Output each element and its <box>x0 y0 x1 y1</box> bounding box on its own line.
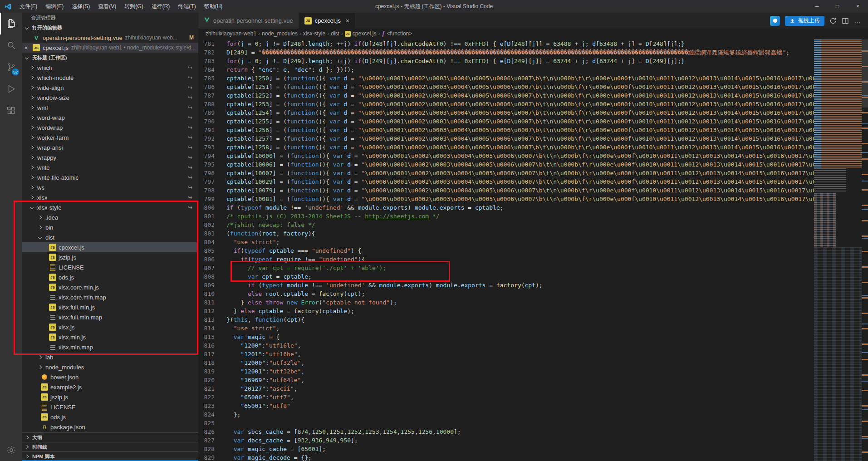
open-editors-list: Voperatin-personnel-setting.vuezhihuixia… <box>22 33 198 53</box>
search-icon[interactable] <box>0 34 22 56</box>
tree-item-label: ods.js <box>59 274 74 281</box>
tree-item-package.json[interactable]: {}package.json <box>22 422 198 432</box>
tree-item-xlsx.min.js[interactable]: JSxlsx.min.js <box>22 332 198 342</box>
activity-bar: 52 <box>0 13 22 461</box>
breadcrumb-item[interactable]: node_modules <box>262 30 298 37</box>
menu-item-编辑(E)[interactable]: 编辑(E) <box>41 0 68 13</box>
extensions-icon[interactable] <box>0 100 22 122</box>
sidebar-section-时间线[interactable]: 时间线 <box>22 442 198 451</box>
scrollbar-thumb[interactable] <box>862 39 868 108</box>
tree-item-label: which-module <box>37 74 74 81</box>
tree-item-.idea[interactable]: .idea <box>22 212 198 222</box>
tree-item-xlsx[interactable]: xlsx↪ <box>22 192 198 202</box>
menu-item-查看(V)[interactable]: 查看(V) <box>94 0 120 13</box>
more-actions-icon[interactable]: … <box>854 17 861 25</box>
code-editor[interactable]: 7817827837847857867877887897907917927937… <box>198 39 868 461</box>
line-number: 822 <box>198 393 215 402</box>
symlink-icon: ↪ <box>188 114 192 121</box>
tree-item-worker-farm[interactable]: worker-farm↪ <box>22 132 198 142</box>
breadcrumb-item[interactable]: dist <box>331 30 339 37</box>
tree-item-jszip.js[interactable]: JSjszip.js <box>22 252 198 262</box>
tree-item-wmf[interactable]: wmf↪ <box>22 103 198 113</box>
tree-item-example2.js[interactable]: JSexample2.js <box>22 382 198 392</box>
tree-item-bower.json[interactable]: bower.json <box>22 372 198 382</box>
tree-item-node_modules[interactable]: node_modules <box>22 362 198 372</box>
tree-item-wrap-ansi[interactable]: wrap-ansi↪ <box>22 142 198 152</box>
chevron-right-icon <box>30 126 34 129</box>
tree-item-ods.js[interactable]: JSods.js <box>22 272 198 282</box>
explorer-title: 资源管理器 <box>22 13 198 23</box>
sync-icon[interactable] <box>829 17 837 25</box>
tree-item-wordwrap[interactable]: wordwrap↪ <box>22 123 198 132</box>
tree-item-wrappy[interactable]: wrappy↪ <box>22 152 198 162</box>
minimap[interactable] <box>814 39 862 461</box>
breadcrumb-item[interactable]: JScpexcel.js <box>345 30 377 37</box>
close-icon[interactable]: × <box>25 44 28 51</box>
tab-cpexcel.js[interactable]: JScpexcel.js× <box>299 13 355 29</box>
tree-item-label: node_modules <box>45 364 84 371</box>
menu-item-帮助(H)[interactable]: 帮助(H) <box>200 0 227 13</box>
workspace-header[interactable]: 无标题 (工作区) <box>22 53 198 63</box>
tree-item-LICENSE[interactable]: LICENSE <box>22 262 198 272</box>
open-editor-item[interactable]: Voperatin-personnel-setting.vuezhihuixia… <box>22 33 198 43</box>
close-button[interactable]: × <box>848 0 868 13</box>
breadcrumb-item[interactable]: ƒ<function> <box>382 30 412 37</box>
line-number: 800 <box>198 203 215 212</box>
tree-item-cpexcel.js[interactable]: JScpexcel.js <box>22 242 198 252</box>
tree-item-dist[interactable]: dist <box>22 232 198 242</box>
minimize-button[interactable]: ─ <box>807 0 827 13</box>
symlink-icon: ↪ <box>188 194 192 201</box>
chevron-down-icon <box>38 235 42 239</box>
tree-item-window-size[interactable]: window-size↪ <box>22 93 198 103</box>
tree-item-label: dist <box>45 234 54 241</box>
tree-item-ws[interactable]: ws↪ <box>22 182 198 192</box>
tree-item-which-module[interactable]: which-module↪ <box>22 73 198 83</box>
tree-item-bin[interactable]: bin <box>22 222 198 232</box>
breadcrumb-item[interactable]: xlsx-style <box>303 30 325 37</box>
menu-item-选择(S)[interactable]: 选择(S) <box>68 0 94 13</box>
map-file-icon <box>49 343 56 351</box>
tree-item-xlsx.min.map[interactable]: xlsx.min.map <box>22 342 198 352</box>
tree-item-xlsx.js[interactable]: JSxlsx.js <box>22 322 198 332</box>
source-control-icon[interactable]: 52 <box>0 56 22 78</box>
open-editor-item[interactable]: ×JScpexcel.jszhihuixiaoyuan-web1 • node_… <box>22 43 198 53</box>
tree-item-LICENSE[interactable]: LICENSE <box>22 402 198 412</box>
tree-item-write-file-atomic[interactable]: write-file-atomic↪ <box>22 172 198 182</box>
tree-item-xlsx.full.min.js[interactable]: JSxlsx.full.min.js <box>22 302 198 312</box>
tree-item-xlsx.core.min.js[interactable]: JSxlsx.core.min.js <box>22 282 198 292</box>
menu-item-转到(G)[interactable]: 转到(G) <box>120 0 147 13</box>
tree-item-xlsx-style[interactable]: xlsx-style↪ <box>22 202 198 212</box>
tree-item-xlsx.full.min.map[interactable]: xlsx.full.min.map <box>22 312 198 322</box>
tree-item-which[interactable]: which↪ <box>22 63 198 73</box>
close-icon[interactable]: × <box>346 17 349 25</box>
line-number: 821 <box>198 384 215 393</box>
tree-item-lab[interactable]: lab <box>22 352 198 362</box>
explorer-icon[interactable] <box>0 13 22 34</box>
sidebar-section-大纲[interactable]: 大纲 <box>22 432 198 442</box>
menu-item-终端(T)[interactable]: 终端(T) <box>174 0 200 13</box>
maximize-button[interactable]: □ <box>827 0 848 13</box>
tree-item-write[interactable]: write↪ <box>22 162 198 172</box>
split-editor-icon[interactable] <box>842 17 849 25</box>
settings-icon[interactable] <box>0 439 22 461</box>
tree-item-label: jszip.js <box>50 394 68 401</box>
sidebar-section-NPM 脚本[interactable]: NPM 脚本 <box>22 451 198 461</box>
tree-item-label: xlsx.core.min.js <box>59 284 99 291</box>
tree-item-xlsx.core.min.map[interactable]: xlsx.core.min.map <box>22 292 198 302</box>
upload-button[interactable]: 拖拽上传 <box>785 16 824 26</box>
line-number: 796 <box>198 169 215 177</box>
breadcrumb-separator: › <box>378 30 380 37</box>
tree-item-word-wrap[interactable]: word-wrap↪ <box>22 113 198 123</box>
extension-logo-icon[interactable] <box>770 16 780 26</box>
code-line: "use strict"; <box>226 238 814 246</box>
open-editors-header[interactable]: 打开的编辑器 <box>22 23 198 33</box>
breadcrumb-item[interactable]: zhihuixiaoyuan-web1 <box>206 30 256 37</box>
tree-item-jszip.js[interactable]: JSjszip.js <box>22 392 198 402</box>
menu-item-运行(R)[interactable]: 运行(R) <box>147 0 174 13</box>
tab-operatin-personnel-setting.vue[interactable]: operatin-personnel-setting.vue <box>198 13 299 29</box>
menu-item-文件(F)[interactable]: 文件(F) <box>15 0 41 13</box>
tree-item-ods.js[interactable]: JSods.js <box>22 412 198 422</box>
run-debug-icon[interactable] <box>0 78 22 100</box>
js-file-icon: JS <box>41 393 48 401</box>
tree-item-wide-align[interactable]: wide-align↪ <box>22 83 198 93</box>
